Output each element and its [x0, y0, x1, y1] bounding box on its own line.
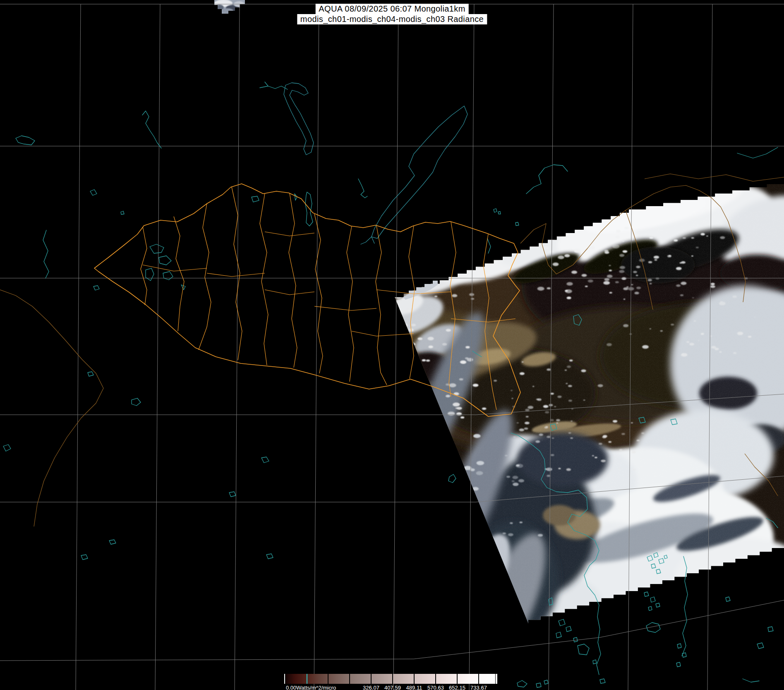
colorbar-gradient — [286, 674, 495, 684]
border-kazakhstan — [0, 290, 103, 527]
lake-small — [109, 540, 116, 544]
colorbar-tick — [307, 674, 307, 684]
river-bratsk — [142, 111, 161, 148]
coast-bottom-right — [743, 679, 759, 682]
lake-uvs — [150, 244, 164, 253]
island-bottom — [600, 679, 605, 683]
island-blob — [578, 644, 589, 655]
province-border — [314, 214, 323, 373]
island — [593, 660, 597, 664]
lake-small — [132, 398, 141, 406]
province-border — [141, 227, 147, 305]
archipelago — [648, 606, 652, 611]
colorbar-tick — [284, 674, 285, 684]
lake-small — [3, 445, 11, 451]
lake-khovsgol — [305, 192, 313, 226]
islet — [498, 212, 501, 214]
island — [676, 662, 681, 667]
colorbar-tick — [349, 674, 350, 684]
grid-meridian — [314, 4, 319, 690]
province-border — [207, 273, 265, 276]
lake-small — [121, 211, 124, 214]
lake-baikal-tail2 — [372, 237, 374, 243]
river-amur-top — [737, 147, 778, 158]
islet — [494, 209, 497, 212]
map-stage[interactable]: AQUA 08/09/2025 06:07 Mongolia1km modis_… — [0, 0, 784, 690]
swath-fragment — [214, 0, 245, 14]
colorbar-tick-label: 652.15 — [446, 685, 469, 690]
colorbar-tick — [478, 674, 479, 684]
island — [566, 626, 571, 632]
island — [768, 627, 773, 632]
lake-small — [252, 196, 259, 202]
province-border — [289, 193, 297, 368]
swath-cloud-speck — [412, 371, 417, 374]
colorbar-tick — [496, 674, 497, 684]
lake-har-us — [146, 268, 154, 281]
grid-meridian — [76, 4, 81, 690]
lake-small — [94, 286, 99, 290]
lake-zaysan — [16, 136, 35, 145]
swath-cloud-speck — [408, 416, 412, 419]
lake-baikal-tail — [361, 237, 372, 244]
fragment-texture — [215, 5, 224, 10]
lake-small — [229, 492, 236, 497]
river-angara-fork — [265, 82, 268, 86]
river-irtysh — [43, 230, 49, 278]
island — [757, 643, 764, 649]
island — [677, 644, 681, 648]
border-top-right — [645, 174, 784, 181]
lake-small — [81, 555, 88, 560]
province-border — [265, 290, 314, 295]
grid-meridian — [235, 4, 240, 690]
province-border — [260, 194, 268, 365]
province-border — [265, 232, 314, 236]
island-bottom — [544, 680, 548, 684]
lake-small — [266, 554, 273, 559]
colorbar-tick — [328, 674, 328, 684]
lake-baikal — [372, 106, 468, 238]
lake-loop — [448, 474, 456, 483]
title-line-1: AQUA 08/09/2025 06:07 Mongolia1km — [315, 4, 469, 14]
colorbar-tick-label: 407.59 — [381, 685, 404, 690]
archipelago — [650, 597, 655, 602]
lake-baikal-west-arm — [284, 83, 314, 155]
map-svg[interactable] — [0, 0, 784, 690]
lake-har — [163, 272, 173, 280]
colorbar-tick-label: 489.11 — [403, 685, 426, 690]
province-border — [199, 204, 211, 350]
island — [559, 619, 565, 626]
swath-grain — [393, 178, 784, 625]
grid-meridian — [155, 4, 160, 690]
lake-khyargas — [159, 256, 171, 265]
island — [573, 637, 578, 642]
island — [556, 632, 561, 638]
colorbar-tick — [371, 674, 372, 684]
swath-cloud-speck — [415, 365, 422, 368]
lake-small — [90, 190, 97, 195]
islet — [515, 222, 519, 226]
swath-cloud-speck — [403, 401, 411, 405]
province-border — [376, 226, 387, 385]
island-bottom — [517, 680, 527, 687]
province-border — [314, 306, 376, 310]
lake-small — [88, 372, 94, 376]
archipelago — [656, 603, 660, 607]
swath-cloud-speck — [418, 402, 421, 404]
colorbar-tick-label: 326.07 — [360, 685, 383, 690]
river-ne — [526, 165, 568, 194]
colorbar-unit-label: 0.00Watts/m^2/micro — [286, 685, 336, 690]
colorbar-tick-label: 570.63 — [424, 685, 447, 690]
province-border — [174, 216, 184, 331]
grid-meridian — [393, 4, 398, 690]
fragment-texture — [222, 8, 233, 13]
island-bottom — [536, 683, 541, 688]
swath-cloud-speck — [410, 342, 414, 344]
colorbar-tick — [392, 674, 393, 684]
island — [726, 597, 730, 601]
lake-small — [261, 457, 269, 463]
archipelago — [644, 592, 649, 596]
colorbar-tick — [457, 674, 458, 684]
river-angara — [260, 86, 288, 89]
province-border — [347, 226, 354, 382]
